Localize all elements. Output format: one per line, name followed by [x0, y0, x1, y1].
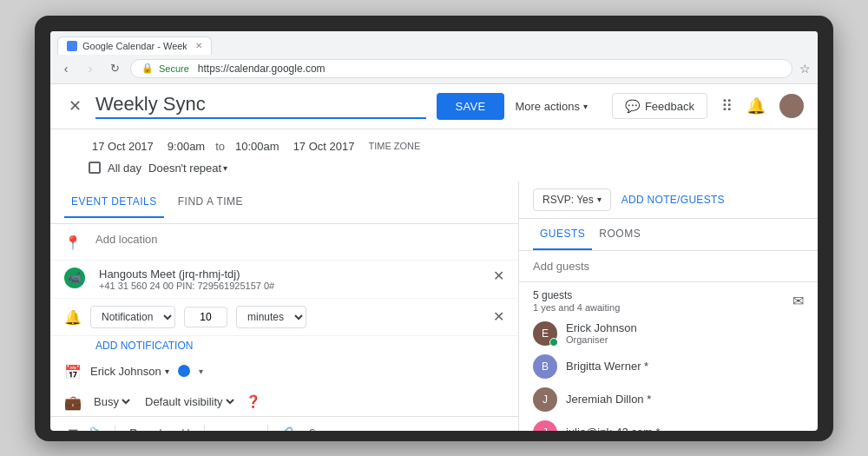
event-title-input[interactable] [95, 93, 426, 119]
guest-list: EErick JohnsonOrganiserBBrigitta Werner … [519, 317, 818, 431]
guest-avatar: E [533, 321, 557, 346]
repeat-label: Doesn't repeat [148, 162, 221, 175]
help-icon[interactable]: ❓ [246, 394, 260, 408]
notification-type-select[interactable]: Notification [90, 306, 175, 328]
lock-icon: 🔒 [141, 63, 154, 74]
calendar-color-dot [178, 365, 190, 377]
hangouts-icon: 📹 [64, 268, 85, 288]
briefcase-icon: 💼 [64, 394, 82, 411]
bold-button[interactable]: B [122, 422, 145, 431]
apps-icon[interactable]: ⠿ [721, 96, 733, 116]
guest-avatar: J [533, 420, 557, 431]
calendar-dropdown[interactable]: Erick Johnson ▾ [90, 365, 169, 378]
tab-find-a-time[interactable]: FIND A TIME [171, 187, 250, 218]
end-time-chip[interactable]: 10:00am [232, 138, 283, 155]
header-right: 💬 Feedback ⠿ 🔔 [612, 93, 804, 119]
back-button[interactable]: ‹ [57, 60, 75, 77]
email-icon[interactable]: ✉ [792, 293, 804, 309]
rsvp-row: EVENT DETAILS FIND A TIME [50, 182, 518, 224]
bookmark-icon[interactable]: ☆ [799, 62, 811, 76]
address-text: https://calendar.google.com [198, 63, 326, 75]
guest-name: Jeremiah Dillon * [566, 393, 651, 406]
toolbar-divider-3 [267, 425, 268, 431]
status-select[interactable]: Busy [90, 394, 133, 409]
guest-item: EErick JohnsonOrganiser [519, 317, 818, 350]
notification-remove-icon[interactable]: ✕ [493, 308, 504, 325]
italic-button[interactable]: I [148, 422, 171, 431]
secure-label: Secure [159, 63, 189, 74]
location-field: 📍 [50, 224, 518, 261]
guest-item: Jjulie@ink-42.com * [519, 416, 818, 431]
hangouts-content: Hangouts Meet (jrq-rhmj-tdj) +41 31 560 … [99, 268, 479, 291]
guest-name: Erick JohnsonOrganiser [566, 321, 637, 345]
rsvp-action-row: RSVP: Yes ▾ ADD NOTE/GUESTS [519, 182, 818, 219]
notification-row: 🔔 Notification minutes ✕ [50, 299, 518, 336]
ordered-list-button[interactable]: ≡ [212, 422, 234, 431]
rsvp-button[interactable]: RSVP: Yes ▾ [533, 188, 611, 211]
end-date-chip[interactable]: 17 Oct 2017 [290, 138, 358, 155]
calendar-dropdown-chevron-icon: ▾ [165, 367, 169, 376]
forward-button[interactable]: › [82, 60, 99, 77]
status-row: 💼 Busy Default visibility ❓ [50, 387, 518, 416]
link-button[interactable]: 🔗 [275, 422, 298, 431]
rsvp-label: RSVP: Yes [542, 194, 594, 206]
add-note-button[interactable]: ADD NOTE/GUESTS [621, 194, 725, 206]
app-content: ✕ SAVE More actions ▾ 💬 Feedback ⠿ 🔔 [50, 84, 818, 431]
notification-icon: 🔔 [64, 309, 82, 326]
screen: Google Calendar - Week of O... ✕ ‹ › ↻ 🔒… [50, 31, 818, 431]
guest-avatar: B [533, 354, 557, 379]
tab-close-icon[interactable]: ✕ [195, 41, 202, 50]
allday-row: All day Doesn't repeat ▾ [50, 160, 818, 182]
add-guests-field [519, 251, 818, 282]
description-icon: ☰ [64, 427, 82, 431]
timezone-button[interactable]: TIME ZONE [368, 141, 420, 151]
tab-guests[interactable]: GUESTS [533, 219, 592, 250]
browser-tab[interactable]: Google Calendar - Week of O... ✕ [57, 36, 212, 55]
hangouts-title[interactable]: Hangouts Meet (jrq-rhmj-tdj) [99, 268, 479, 281]
add-guests-input[interactable] [533, 260, 804, 273]
main-body: EVENT DETAILS FIND A TIME 📍 📹 [50, 182, 818, 431]
event-tabs: EVENT DETAILS FIND A TIME [64, 187, 504, 218]
address-bar[interactable]: 🔒 Secure https://calendar.google.com [130, 59, 792, 78]
organiser-badge [549, 338, 558, 347]
hangouts-remove-icon[interactable]: ✕ [493, 268, 504, 284]
save-button[interactable]: SAVE [437, 93, 505, 120]
repeat-dropdown[interactable]: Doesn't repeat ▾ [148, 162, 227, 175]
left-panel: EVENT DETAILS FIND A TIME 📍 📹 [50, 182, 519, 431]
hangouts-row: 📹 Hangouts Meet (jrq-rhmj-tdj) +41 31 56… [50, 261, 518, 299]
underline-button[interactable]: U [174, 422, 197, 431]
description-toolbar: ☰ 📎 B I U ≡ ≡ 🔗 S̶ [50, 416, 518, 431]
more-actions-chevron-icon: ▾ [583, 102, 588, 111]
calendar-color-chevron-icon: ▾ [199, 367, 203, 376]
notifications-icon[interactable]: 🔔 [746, 96, 766, 116]
unordered-list-button[interactable]: ≡ [238, 422, 260, 431]
start-date-chip[interactable]: 17 Oct 2017 [89, 138, 157, 155]
feedback-button[interactable]: 💬 Feedback [612, 93, 707, 119]
notification-unit-select[interactable]: minutes [236, 306, 306, 328]
avatar[interactable] [779, 94, 804, 118]
add-notification-link[interactable]: ADD NOTIFICATION [50, 336, 518, 355]
strikethrough-button[interactable]: S̶ [301, 422, 324, 431]
location-input[interactable] [95, 233, 504, 246]
notification-value-input[interactable] [184, 307, 227, 327]
start-time-chip[interactable]: 9:00am [164, 138, 208, 155]
close-button[interactable]: ✕ [64, 96, 85, 116]
location-icon: 📍 [64, 235, 82, 251]
tab-rooms[interactable]: ROOMS [592, 219, 648, 250]
attachment-button[interactable]: 📎 [85, 422, 108, 431]
tab-event-details[interactable]: EVENT DETAILS [64, 187, 164, 218]
feedback-label: Feedback [645, 100, 694, 113]
allday-checkbox[interactable] [89, 162, 101, 174]
toolbar-divider-1 [115, 425, 115, 431]
to-label: to [215, 140, 225, 153]
visibility-select[interactable]: Default visibility [141, 394, 237, 409]
reload-button[interactable]: ↻ [106, 60, 123, 77]
more-actions-button[interactable]: More actions ▾ [515, 100, 587, 113]
guest-item: JJeremiah Dillon * [519, 383, 818, 416]
tab-title: Google Calendar - Week of O... [82, 41, 187, 51]
calendar-owner-label: Erick Johnson [90, 365, 161, 378]
hangouts-sub: +41 31 560 24 00 PIN: 729561925157 0# [99, 281, 479, 291]
guests-count-row: 5 guests 1 yes and 4 awaiting ✉ [519, 282, 818, 317]
calendar-row: 📅 Erick Johnson ▾ ▾ [50, 355, 518, 387]
guest-item: BBrigitta Werner * [519, 350, 818, 383]
